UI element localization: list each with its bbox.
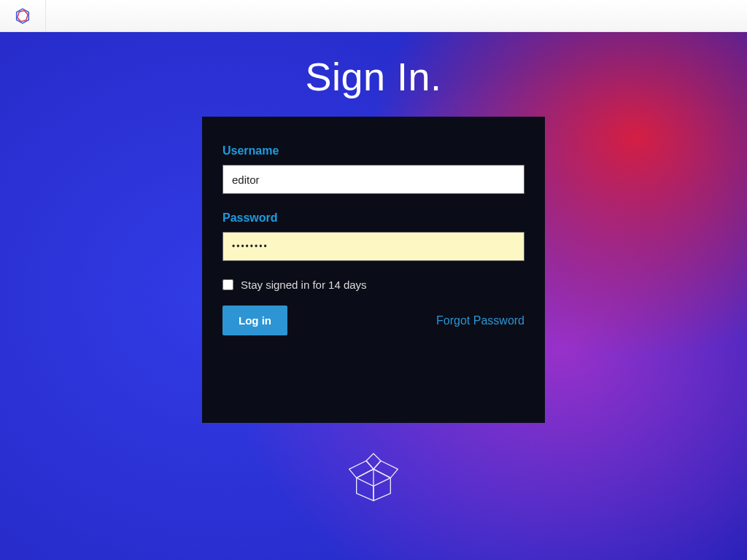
main-background: Sign In. Username Password Stay signed i… bbox=[0, 32, 747, 560]
stay-signed-in-label: Stay signed in for 14 days bbox=[241, 279, 367, 291]
stay-signed-in-checkbox[interactable] bbox=[222, 279, 233, 290]
login-panel: Username Password Stay signed in for 14 … bbox=[202, 117, 545, 423]
password-label: Password bbox=[222, 211, 525, 225]
action-row: Log in Forgot Password bbox=[222, 306, 525, 335]
stay-signed-in-row: Stay signed in for 14 days bbox=[222, 279, 525, 291]
box-logo-icon bbox=[344, 445, 403, 503]
forgot-password-link[interactable]: Forgot Password bbox=[436, 314, 525, 327]
login-button[interactable]: Log in bbox=[222, 306, 287, 335]
username-label: Username bbox=[222, 144, 525, 158]
password-group: Password bbox=[222, 211, 525, 261]
topbar-divider bbox=[45, 0, 46, 32]
topbar bbox=[0, 0, 747, 32]
username-input[interactable] bbox=[222, 165, 525, 194]
page-title: Sign In. bbox=[305, 54, 441, 99]
app-logo-icon[interactable] bbox=[13, 7, 32, 26]
password-input[interactable] bbox=[222, 232, 525, 261]
username-group: Username bbox=[222, 144, 525, 194]
